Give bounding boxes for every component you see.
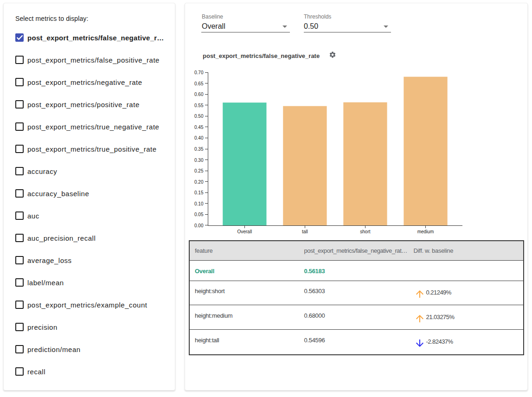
svg-text:0.25: 0.25	[194, 168, 204, 173]
svg-text:0.35: 0.35	[194, 147, 204, 152]
svg-text:short: short	[360, 229, 370, 234]
svg-text:0.05: 0.05	[194, 212, 204, 217]
svg-text:0.15: 0.15	[194, 190, 204, 195]
svg-text:medium: medium	[417, 229, 434, 234]
svg-text:0.10: 0.10	[194, 201, 204, 206]
svg-text:0.40: 0.40	[194, 135, 204, 141]
svg-text:0.60: 0.60	[194, 92, 204, 97]
svg-text:0.70: 0.70	[194, 70, 204, 75]
svg-text:0.45: 0.45	[194, 125, 204, 130]
svg-text:0.55: 0.55	[194, 103, 204, 108]
svg-text:0.30: 0.30	[194, 158, 204, 163]
svg-text:Overall: Overall	[237, 229, 252, 234]
svg-text:0.50: 0.50	[194, 114, 204, 119]
svg-text:tall: tall	[302, 229, 308, 234]
svg-text:0.20: 0.20	[194, 179, 204, 185]
svg-text:0.00: 0.00	[194, 223, 204, 228]
svg-text:0.65: 0.65	[194, 81, 204, 86]
